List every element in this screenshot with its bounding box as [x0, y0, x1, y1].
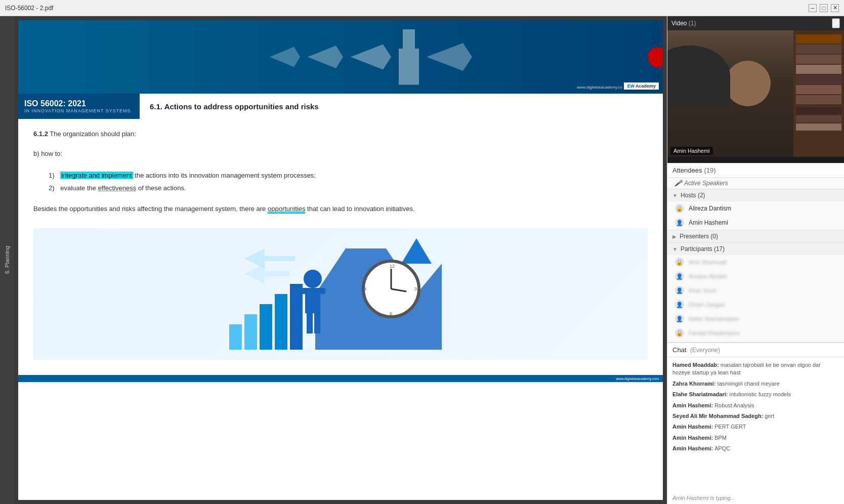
svg-text:6: 6	[390, 311, 392, 316]
video-title: Video (1)	[671, 20, 696, 27]
para-highlight: opportunities	[268, 205, 305, 214]
host-item-1[interactable]: 🔒 Alireza Dantism	[667, 201, 844, 216]
iso-header-bar: ISO 56002: 2021 IN INNOVATION MANAGEMENT…	[18, 94, 663, 119]
p4-name: Elham Zangari	[689, 302, 725, 308]
attendees-header: Attendees (19)	[667, 163, 844, 178]
maximize-button[interactable]: □	[820, 4, 828, 12]
participants-collapse-icon: ▼	[672, 246, 678, 252]
book-5	[796, 75, 841, 84]
book-2	[796, 45, 841, 54]
minimize-button[interactable]: ─	[809, 4, 817, 12]
hosts-section: ▼ Hosts (2) 🔒 Alireza Dantism 👤	[667, 189, 844, 230]
chat-messages: Hamed Moaddab: masalan tajrobiati ke be …	[667, 357, 844, 495]
highlight-integrate: integrate and implement	[60, 172, 133, 179]
host-2-name: Amin Hashemi	[689, 219, 728, 226]
video-expand-button[interactable]: ⤢	[832, 18, 840, 28]
p1-name: Amir Sharimadi	[689, 259, 727, 265]
book-4	[796, 65, 841, 74]
video-head-area	[707, 46, 788, 106]
attendees-count: (19)	[704, 166, 716, 174]
close-button[interactable]: ✕	[831, 4, 839, 12]
chat-title: Chat	[672, 346, 686, 354]
iso-badge-left: ISO 56002: 2021 IN INNOVATION MANAGEMENT…	[18, 94, 140, 119]
host-1-name: Alireza Dantism	[689, 205, 731, 212]
presenters-label: Presenters (0)	[680, 233, 718, 240]
book-3	[796, 55, 841, 64]
p2-name: Arsalan Alizdeh	[689, 273, 727, 279]
participant-item-4[interactable]: 👤 Elham Zangari	[667, 298, 844, 312]
book-8	[796, 107, 841, 114]
msg6-sender: Amin Hashemi:	[672, 424, 714, 430]
participant-item-6[interactable]: 🔒 Fardad Khadempour	[667, 326, 844, 340]
msg5-text: gert	[765, 413, 774, 419]
lock-icon-1: 🔒	[676, 205, 683, 212]
book-7	[796, 95, 841, 104]
presenters-section-header[interactable]: ▶ Presenters (0)	[667, 230, 844, 242]
list-text-1: the actions into its innovation manageme…	[135, 172, 316, 179]
illustration-svg: 12 3 6 9	[214, 233, 467, 355]
hosts-collapse-icon: ▼	[672, 193, 678, 198]
book-10	[796, 123, 841, 131]
msg7-sender: Amin Hashemi:	[672, 435, 714, 441]
pdf-list: 1) integrate and implement the actions i…	[49, 172, 648, 192]
video-head	[725, 61, 771, 106]
pdf-sub-label: b) how to:	[33, 149, 648, 159]
hosts-section-header[interactable]: ▼ Hosts (2)	[667, 189, 844, 201]
participant-item-3[interactable]: 👤 Ehan Souri	[667, 283, 844, 298]
chat-msg-3: Elahe Shariatmadari: intutionistic fuzzy…	[672, 391, 839, 398]
list-item-1: 1) integrate and implement the actions i…	[49, 172, 648, 179]
p2-avatar: 👤	[674, 271, 685, 281]
pdf-illustration: 12 3 6 9	[33, 228, 648, 360]
list-text-2b: of these actions.	[138, 184, 186, 192]
p3-avatar: 👤	[674, 285, 685, 296]
section-number: 6.1.2	[33, 130, 48, 138]
msg3-sender: Elahe Shariatmadari:	[672, 391, 730, 397]
participant-item-1[interactable]: 🔒 Amir Sharimadi	[667, 255, 844, 269]
chat-header: Chat (Everyone)	[667, 343, 844, 357]
svg-marker-19	[244, 248, 295, 269]
book-9	[796, 115, 841, 122]
active-speakers-label: 🎤 Active Speakers	[667, 178, 844, 189]
chat-msg-7: Amin Hashemi: BPM	[672, 434, 839, 442]
p6-name: Fardad Khadempour	[689, 330, 740, 336]
video-panel: Video (1) ⤢	[667, 16, 844, 163]
msg1-sender: Hamed Moaddab:	[672, 362, 721, 368]
iso-subtitle: IN INNOVATION MANAGEMENT SYSTEMS	[24, 108, 134, 113]
host-2-avatar: 👤	[674, 218, 685, 228]
video-person	[667, 30, 844, 157]
red-circle-decoration	[648, 47, 663, 67]
list-item-2: 2) evaluate the effectiveness of these a…	[49, 184, 648, 192]
host-item-2[interactable]: 👤 Amin Hashemi	[667, 216, 844, 230]
host-1-avatar: 🔒	[674, 203, 685, 214]
main-content: 6. Planning www.digiw	[0, 16, 844, 504]
attendees-panel: Attendees (19) 🎤 Active Speakers ▼ Hosts…	[667, 163, 844, 342]
para-before: Besides the opportunities and risks affe…	[33, 205, 268, 213]
list-num-1: 1)	[49, 172, 55, 179]
svg-rect-3	[275, 294, 287, 350]
chat-msg-6: Amin Hashemi: PERT GERT	[672, 423, 839, 431]
svg-rect-0	[229, 324, 242, 350]
active-speakers-section: 🎤 Active Speakers	[667, 178, 844, 189]
participant-item-5[interactable]: 👤 Elahe Shariatmadari	[667, 312, 844, 326]
sidebar-label: 6. Planning	[4, 246, 10, 274]
participant-item-2[interactable]: 👤 Arsalan Alizdeh	[667, 269, 844, 283]
para-after: that can lead to innovation initiatives.	[307, 205, 414, 213]
msg3-text: intutionistic fuzzy models	[730, 391, 791, 397]
list-text-2a: evaluate the	[60, 184, 98, 192]
list-num-2: 2)	[49, 184, 55, 192]
participants-section-header[interactable]: ▼ Participants (17)	[667, 243, 844, 255]
msg4-text: Robust Analysis	[714, 402, 754, 408]
participants-label: Participants (17)	[681, 245, 725, 253]
book-6	[796, 85, 841, 94]
hosts-label: Hosts (2)	[681, 192, 705, 199]
p5-name: Elahe Shariatmadari	[689, 316, 739, 322]
window-controls[interactable]: ─ □ ✕	[809, 4, 839, 12]
svg-rect-2	[260, 304, 272, 350]
iso-title: ISO 56002: 2021	[24, 99, 134, 108]
right-panel: Video (1) ⤢	[667, 16, 844, 504]
msg4-sender: Amin Hashemi:	[672, 402, 714, 408]
p4-avatar: 👤	[674, 300, 685, 310]
msg2-text: tasmimgiri chand meyare	[718, 381, 780, 387]
chat-typing: Amin Hashemi is typing...	[667, 495, 844, 504]
chat-audience: (Everyone)	[690, 347, 720, 354]
